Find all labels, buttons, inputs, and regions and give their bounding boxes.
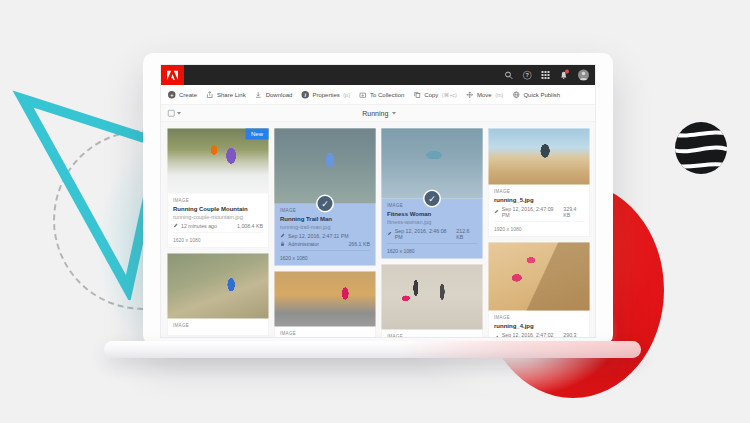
asset-filename: running-couple-mountain.jpg (173, 214, 263, 220)
laptop-screen: ? (143, 53, 613, 345)
avatar[interactable] (578, 70, 589, 81)
asset-type-label: IMAGE (173, 198, 263, 203)
asset-type-label: IMAGE (280, 331, 370, 336)
app-topbar: ? (161, 65, 596, 85)
to-collection-button[interactable]: To Collection (359, 91, 404, 99)
pencil-icon (387, 231, 392, 236)
asset-card-running-trail-man[interactable]: ✓ IMAGE Running Trail Man running-trail-… (274, 128, 376, 266)
asset-thumbnail: New (168, 129, 269, 194)
action-toolbar: + Create Share Link Download (161, 85, 596, 105)
properties-button[interactable]: i Properties (p) (301, 91, 350, 99)
asset-card-fitness-woman[interactable]: ✓ IMAGE Fitness Woman fitness-woman.jpg … (381, 128, 483, 259)
app-window: ? (160, 64, 596, 338)
folder-title-dropdown[interactable]: Running (161, 109, 596, 117)
asset-title: running_4.jpg (494, 323, 584, 330)
selected-check-icon[interactable]: ✓ (423, 190, 441, 208)
new-badge: New (245, 129, 268, 140)
copy-icon (413, 91, 421, 99)
laptop-base (104, 341, 641, 358)
apps-grid-icon[interactable] (542, 71, 550, 79)
move-button[interactable]: Move (m) (466, 91, 503, 99)
asset-card-running-1[interactable]: IMAGE running_1.jpg (274, 271, 376, 338)
asset-thumbnail (382, 265, 483, 330)
share-icon (206, 91, 214, 99)
create-button[interactable]: + Create (168, 91, 197, 99)
download-button[interactable]: Download (255, 91, 293, 99)
asset-thumbnail (168, 254, 269, 319)
asset-title: running_5.jpg (494, 197, 584, 204)
collection-header: Running (161, 105, 596, 122)
create-icon: + (168, 91, 176, 99)
asset-type-label: IMAGE (494, 189, 584, 194)
grid-column-4: IMAGE running_5.jpg Sep 12, 2016, 2:47:0… (488, 128, 590, 333)
pencil-icon (494, 335, 499, 338)
asset-card-running-3[interactable]: IMAGE running_3.jpg (381, 264, 483, 338)
asset-dimensions: 1620 x 1080 (173, 233, 263, 243)
move-icon (466, 91, 474, 99)
publish-globe-icon (512, 91, 520, 99)
copy-button[interactable]: Copy (⌘+c) (413, 91, 457, 99)
pencil-icon (494, 209, 499, 214)
file-size: 212.6 KB (456, 228, 477, 240)
modified-date: Sep 12, 2016, 2:47:11 PM (288, 233, 349, 239)
search-icon[interactable] (505, 71, 514, 80)
folder-title: Running (362, 109, 388, 117)
asset-title: Fitness Woman (387, 211, 477, 218)
asset-title: Running Trail Man (280, 216, 370, 223)
asset-dimensions: 1620 x 1080 (280, 251, 370, 261)
file-size: 1,008.4 KB (237, 223, 263, 229)
modified-date: Sep 12, 2016, 2:47:02 PM (502, 332, 560, 339)
asset-card-row2-col1[interactable]: IMAGE (167, 253, 269, 336)
asset-thumbnail: ✓ (382, 129, 483, 199)
pencil-icon (280, 233, 285, 238)
notifications-bell-icon[interactable] (560, 71, 569, 80)
hero-stage: ? (0, 0, 750, 423)
modified-date: 12 minutes ago (181, 223, 217, 229)
asset-type-label: IMAGE (173, 323, 263, 328)
asset-card-running-couple-mountain[interactable]: New IMAGE Running Couple Mountain runnin… (167, 128, 269, 248)
asset-dimensions: 1920 x 1080 (494, 222, 584, 232)
chevron-down-icon (392, 112, 396, 115)
asset-thumbnail: ✓ (275, 129, 376, 204)
selected-check-icon[interactable]: ✓ (316, 195, 334, 213)
striped-sphere-decoration (674, 121, 728, 175)
grid-column-3: ✓ IMAGE Fitness Woman fitness-woman.jpg … (381, 128, 483, 333)
modified-date: Sep 12, 2016, 2:46:08 PM (395, 228, 453, 240)
asset-thumbnail (489, 243, 590, 311)
asset-thumbnail (275, 272, 376, 327)
file-size: 329.4 KB (563, 206, 584, 218)
download-icon (255, 91, 263, 99)
file-size: 290.3 KB (563, 332, 584, 339)
grid-column-1: New IMAGE Running Couple Mountain runnin… (167, 128, 269, 333)
modified-date: Sep 12, 2016, 2:47:09 PM (502, 206, 560, 218)
asset-filename: running-trail-man.jpg (280, 224, 370, 230)
asset-grid: New IMAGE Running Couple Mountain runnin… (161, 122, 596, 338)
properties-icon: i (301, 91, 309, 99)
asset-dimensions: 1620 x 1080 (387, 244, 477, 254)
asset-filename: fitness-woman.jpg (387, 219, 477, 225)
share-link-button[interactable]: Share Link (206, 91, 246, 99)
pencil-icon (173, 223, 178, 228)
help-icon[interactable]: ? (523, 71, 532, 80)
grid-column-2: ✓ IMAGE Running Trail Man running-trail-… (274, 128, 376, 333)
asset-type-label: IMAGE (494, 315, 584, 320)
asset-type-label: IMAGE (387, 334, 477, 338)
notification-badge (565, 69, 569, 73)
asset-title: Running Couple Mountain (173, 206, 263, 213)
asset-card-running-5[interactable]: IMAGE running_5.jpg Sep 12, 2016, 2:47:0… (488, 128, 590, 237)
file-size: 266.1 KB (348, 241, 370, 247)
quick-publish-button[interactable]: Quick Publish (512, 91, 560, 99)
asset-thumbnail (489, 129, 590, 185)
adobe-logo[interactable] (161, 65, 184, 85)
adobe-a-icon (167, 70, 178, 80)
asset-card-running-4[interactable]: IMAGE running_4.jpg Sep 12, 2016, 2:47:0… (488, 242, 590, 338)
locked-by: Administrator (288, 241, 319, 247)
lock-icon (280, 241, 285, 247)
collection-icon (359, 91, 367, 99)
